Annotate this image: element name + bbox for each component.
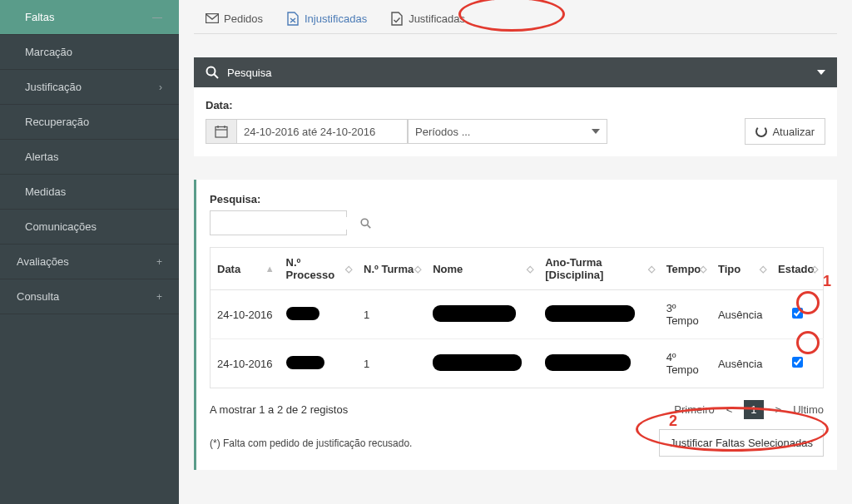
mail-icon [206,12,219,25]
sidebar: Faltas — Marcação Justificação › Recuper… [0,0,179,504]
sidebar-item-comunicacoes[interactable]: Comunicações [0,210,179,245]
search-body: Data: Períodos ... Atualizar [194,87,837,156]
col-tempo[interactable]: Tempo◇ [660,248,711,290]
cell-nturma: 1 [357,290,426,339]
sort-icon: ◇ [414,264,421,274]
col-nprocesso[interactable]: N.º Processo◇ [280,248,357,290]
sidebar-item-consulta[interactable]: Consulta + [0,279,179,314]
justify-selected-button[interactable]: Justificar Faltas Selecionadas [659,429,824,457]
pager-last[interactable]: Ultimo [793,403,824,416]
col-estado[interactable]: Estado◇ [771,248,823,290]
minus-icon: — [152,12,162,23]
svg-point-7 [361,219,368,225]
main-content: Pedidos Injustificadas Justificadas [179,0,852,504]
col-anoturma[interactable]: Ano-Turma [Disciplina]◇ [538,248,659,290]
svg-line-2 [215,75,219,79]
tabs-wrap: Pedidos Injustificadas Justificadas [194,0,837,34]
sidebar-item-label: Recuperação [25,116,89,128]
cell-tempo: 3º Tempo [660,290,711,339]
results-table: Data▲ N.º Processo◇ N.º Turma◇ Nome◇ Ano… [210,247,824,388]
svg-point-1 [207,67,215,76]
update-button[interactable]: Atualizar [745,118,825,145]
tabs: Pedidos Injustificadas Justificadas [194,0,837,34]
tab-justificadas[interactable]: Justificadas [379,3,477,33]
sidebar-item-justificacao[interactable]: Justificação › [0,70,179,105]
sidebar-item-alertas[interactable]: Alertas [0,140,179,175]
tab-label: Pedidos [224,12,263,25]
sidebar-item-label: Faltas [25,11,54,23]
sort-icon: ◇ [648,264,655,274]
col-nome[interactable]: Nome◇ [426,248,538,290]
cell-anoturma [538,290,659,339]
cell-estado [771,339,823,388]
sidebar-item-medidas[interactable]: Medidas [0,175,179,210]
update-label: Atualizar [772,126,815,138]
showing-text: A mostrar 1 a 2 de 2 registos [210,403,348,416]
sort-asc-icon: ▲ [265,264,275,274]
sort-icon: ◇ [345,264,352,274]
col-data[interactable]: Data▲ [211,248,280,290]
periods-select[interactable]: Períodos ... [408,119,607,144]
plus-icon: + [156,256,162,268]
pager-current[interactable]: 1 [744,400,763,419]
col-nturma[interactable]: N.º Turma◇ [357,248,426,290]
sidebar-item-faltas[interactable]: Faltas — [0,0,179,35]
tab-pedidos[interactable]: Pedidos [194,3,275,33]
sidebar-item-label: Comunicações [25,220,97,233]
cell-nprocesso [280,339,357,388]
pager-first[interactable]: Primeiro [674,403,714,416]
search-panel: Pesquisa Data: Períodos ... [194,57,837,156]
pager: Primeiro < 1 > Ultimo [674,400,824,419]
footnote: (*) Falta com pedido de justificação rec… [210,437,412,449]
tab-injustificadas[interactable]: Injustificadas [275,3,379,33]
cell-nturma: 1 [357,339,426,388]
sort-icon: ◇ [527,264,533,274]
sort-icon: ◇ [811,264,818,274]
search-panel-title: Pesquisa [227,67,271,79]
row-checkbox[interactable] [792,308,803,319]
sort-icon: ◇ [700,264,706,274]
calendar-button[interactable] [206,119,237,144]
date-input[interactable] [237,119,408,144]
calendar-icon [215,125,228,138]
pager-prev[interactable]: < [726,403,733,416]
cell-nome [426,290,538,339]
tab-label: Justificadas [409,12,465,25]
cell-tempo: 4º Tempo [660,339,711,388]
spinner-icon [755,126,767,137]
search-panel-header[interactable]: Pesquisa [194,57,837,87]
chevron-right-icon: › [159,82,162,93]
file-check-icon [390,12,404,25]
table-row: 24-10-2016 1 3º Tempo Ausência [211,290,824,339]
col-tipo[interactable]: Tipo◇ [711,248,771,290]
sidebar-item-label: Consulta [17,290,59,303]
sidebar-item-label: Avaliações [17,255,69,268]
sidebar-item-marcacao[interactable]: Marcação [0,35,179,70]
sidebar-item-recuperacao[interactable]: Recuperação [0,105,179,140]
caret-down-icon [817,70,825,75]
sort-icon: ◇ [760,264,766,274]
app-layout: Faltas — Marcação Justificação › Recuper… [0,0,852,504]
sidebar-item-label: Marcação [25,46,72,58]
cell-tipo: Ausência [711,290,771,339]
sidebar-item-label: Medidas [25,185,66,198]
sidebar-item-avaliacoes[interactable]: Avaliações + [0,245,179,279]
plus-icon: + [156,291,162,303]
results-search-input[interactable] [211,217,360,230]
sidebar-item-label: Alertas [25,151,58,163]
data-label: Data: [206,99,825,111]
results-panel: Pesquisa: Data▲ N.º Processo◇ N.º Turma◇… [194,180,837,470]
svg-rect-3 [215,127,227,138]
tab-label: Injustificadas [305,12,367,25]
cell-nome [426,339,538,388]
search-icon [360,218,371,229]
row-checkbox[interactable] [792,357,803,368]
search-icon [206,66,219,79]
annotation-number-1: 1 [823,273,831,290]
file-x-icon [286,12,300,25]
pager-next[interactable]: > [775,403,782,416]
cell-nprocesso [280,290,357,339]
cell-data: 24-10-2016 [211,339,280,388]
cell-estado [771,290,823,339]
cell-anoturma [538,339,659,388]
